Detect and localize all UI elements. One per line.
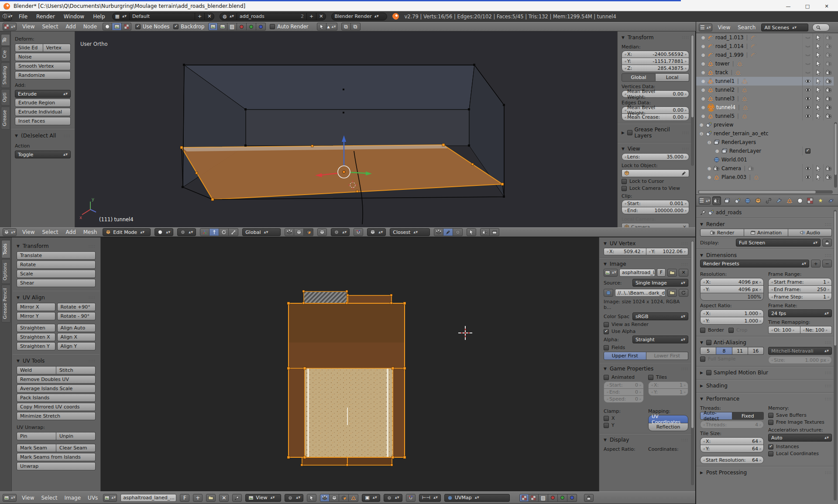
editor-type-3d-button[interactable]: ▲▼ [3,228,17,236]
backdrop-r-icon[interactable] [237,23,247,31]
v3d-menu-view[interactable]: View [21,229,36,236]
node-menu-view[interactable]: View [21,23,36,30]
median-z-field[interactable]: ◂Z:285.43875▸ [622,65,689,72]
source-dropdown[interactable]: Single Image▲▼ [632,279,688,287]
v3d-menu-select[interactable]: Select [40,229,60,236]
animated-checkbox[interactable]: Animated [604,374,644,380]
border-checkbox[interactable]: Border [700,327,724,333]
node-copy-icon[interactable]: ⧉ [341,23,351,31]
pin-button[interactable]: Pin [17,432,56,440]
rotate-minus90-button[interactable]: Rotate - 90° [57,312,96,320]
viewport-shading-dropdown[interactable]: ▲▼ [155,228,173,236]
manipulator-scale-icon[interactable] [229,228,238,236]
uv-vertex-x-field[interactable]: ◂X:509.42▸ [604,248,646,255]
grease-pencil-checkbox[interactable] [627,130,632,135]
randomize-button[interactable]: Randomize [15,71,71,79]
uv-sticky-select-dropdown[interactable]: ▣▲▼ [362,494,380,502]
outliner-row[interactable]: ⊖render_terrain_ao_etc [696,129,834,138]
outliner-row[interactable]: ⊕Camera| [696,164,834,173]
node-menu-node[interactable]: Node [82,23,99,30]
npanel-uv-scrollbar[interactable] [691,241,694,429]
uv-menu-select[interactable]: Select [39,494,59,501]
face-select-icon[interactable] [304,228,313,236]
edge-bevel-weight-field[interactable]: ◂Mean Bevel Weight:0.00▸ [622,106,689,114]
image-name-field[interactable]: asphaltroad_la... [619,269,655,277]
uv-edge-mode-icon[interactable] [330,494,339,502]
menu-file[interactable]: File [17,13,29,20]
tab-constraints[interactable] [764,196,773,205]
display-panel-header[interactable]: ▼Display:::: [604,435,688,444]
lock-to-cursor-checkbox[interactable]: Lock to Cursor [622,178,689,184]
resolution-x-field[interactable]: ◂X:4096 px▸ [700,278,764,286]
manipulate-centers-icon[interactable] [467,228,476,236]
lock-to-object-field[interactable] [622,169,689,177]
translate-button[interactable]: Translate [17,251,96,260]
mark-seam-button[interactable]: Mark Seam [17,444,56,452]
orientation-dropdown[interactable]: Global▲▼ [242,228,281,236]
local-toggle[interactable]: Local [656,73,689,82]
straighten-y-button[interactable]: Straighten Y [17,342,55,350]
median-y-field[interactable]: ◂Y:-1151.77881▸ [622,58,689,65]
render-engine-dropdown[interactable]: Blender Render▲▼ [331,13,387,21]
free-image-textures-checkbox[interactable]: Free Image Textures [768,419,832,425]
shading-panel-header[interactable]: ▶Shading:::: [700,381,832,390]
menu-help[interactable]: Help [91,13,106,20]
acceleration-dropdown[interactable]: Auto▲▼ [768,434,832,442]
outliner-row[interactable]: ⊕tunnel5| [696,112,834,120]
lens-field[interactable]: ◂Lens:35.000▸ [622,153,689,161]
colorspace-dropdown[interactable]: sRGB▲▼ [632,312,688,320]
scene-browse-icon[interactable]: ◍▲▼ [220,13,237,21]
tab-data[interactable] [785,196,794,205]
snap-target-dropdown[interactable]: Closest▲▼ [390,228,430,236]
vertex-select-icon[interactable] [285,228,294,236]
uv-coordinates-toggle[interactable]: UV Coordinates [648,415,688,423]
uv-island-mode-icon[interactable] [349,494,358,502]
edge-select-icon[interactable] [294,228,304,236]
straighten-button[interactable]: Straighten [17,324,55,332]
clear-seam-button[interactable]: Clear Seam [56,444,96,452]
unpin-button[interactable]: Unpin [56,432,96,440]
outliner-row[interactable]: ⊕road_1.999| [696,51,834,59]
display-dropdown[interactable]: Full Screen▲▼ [736,239,821,247]
median-x-field[interactable]: ◂X:-2400.56592▸ [622,51,689,58]
editor-type-outliner-button[interactable]: ☰▲▼ [699,24,712,31]
proportional-edit-dropdown[interactable]: ▲▼ [331,228,350,236]
tab-tools[interactable]: To [1,34,10,46]
tab-texture[interactable] [806,196,814,205]
uv-draw-color-alpha-icon[interactable] [529,494,539,502]
align-y-button[interactable]: Align Y [57,342,96,350]
scene-add-button[interactable]: + [307,13,316,21]
tab-render[interactable] [712,196,721,205]
uv-vertex-y-field[interactable]: ◂Y:1022.06▸ [646,248,689,255]
screen-layout-add-button[interactable]: + [195,13,205,21]
clip-start-field[interactable]: ◂Start:0.001▸ [622,200,689,207]
outliner-vscrollbar[interactable] [834,123,837,175]
full-sample-checkbox[interactable]: Full Sample [700,356,764,362]
outliner-hscrollbar[interactable] [698,190,816,194]
average-islands-button[interactable]: Average Islands Scale [17,384,96,393]
uv-image-open-icon[interactable] [206,494,216,502]
slide-vertex-button[interactable]: Vertex [43,44,71,52]
performance-panel-header[interactable]: ▼Performance:::: [700,394,832,403]
render-button[interactable]: Render [700,229,744,237]
uv-draw-g-icon[interactable] [558,494,567,502]
uv-proportional-dropdown[interactable]: ▲▼ [384,494,402,502]
manipulator-translate-icon[interactable] [210,228,219,236]
mark-seams-islands-button[interactable]: Mark Seams from Islands [17,453,96,461]
mode-dropdown[interactable]: Edit Mode▲▼ [103,228,151,236]
limit-selection-icon[interactable] [317,228,327,236]
viewport-3d-canvas[interactable]: x y User Ortho (111) tunnel4 [0,31,695,227]
tile-y-field[interactable]: ◂Y:64▸ [700,445,764,453]
align-auto-button[interactable]: Align Auto [57,324,96,332]
v3d-menu-add[interactable]: Add [64,229,78,236]
minimize-button[interactable]: — [779,1,798,11]
rotate-plus90-button[interactable]: Rotate +90° [57,303,96,311]
transform-panel-header[interactable]: ▼Transform:::: [622,32,689,42]
screen-layout-icon[interactable]: ▦▲▼ [112,13,130,21]
aa-samples-16[interactable]: 16 [748,347,764,355]
dimensions-panel-header[interactable]: ▼Dimensions:::: [700,250,832,260]
outliner-row[interactable]: ⊕RenderLayer [696,147,834,155]
outliner-menu-search[interactable]: Search [736,24,757,31]
uv-lock-icon[interactable] [584,494,594,502]
snap-self-icon[interactable] [434,228,443,236]
